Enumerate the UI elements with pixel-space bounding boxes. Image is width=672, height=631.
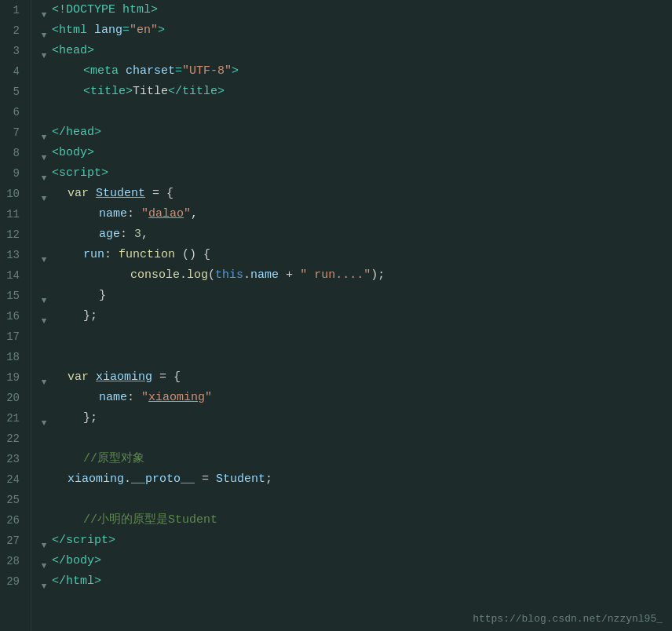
- line-num-12: 12: [6, 224, 24, 245]
- code-line-4: <meta charset="UTF-8">: [38, 61, 672, 82]
- line24-proto: __proto__: [131, 469, 195, 490]
- fold-icon-15[interactable]: ▼: [38, 290, 50, 301]
- line-num-9: 9: [6, 163, 24, 184]
- line7-text: </head>: [52, 122, 101, 143]
- code-line-1: ▼ <!DOCTYPE html>: [38, 0, 672, 20]
- line-num-23: 23: [6, 449, 24, 469]
- fold-icon-9[interactable]: ▼: [38, 168, 50, 179]
- line11-val: "dalao": [141, 204, 191, 224]
- code-line-7: ▼ </head>: [38, 122, 672, 143]
- line19-eq: = {: [152, 367, 181, 388]
- fold-icon-16[interactable]: ▼: [38, 311, 50, 322]
- line12-colon: :: [120, 224, 134, 245]
- code-line-12: age: 3,: [38, 224, 672, 245]
- fold-icon-10[interactable]: ▼: [38, 188, 50, 199]
- fold-icon-19[interactable]: ▼: [38, 372, 50, 383]
- line4-close: >: [232, 61, 239, 82]
- line13-prop: run: [83, 245, 104, 265]
- fold-icon-28[interactable]: ▼: [38, 556, 50, 567]
- line14-this: this: [215, 265, 243, 286]
- line14-dot2: .: [243, 265, 250, 286]
- code-line-28: ▼ </body>: [38, 551, 672, 571]
- fold-icon-13[interactable]: ▼: [38, 250, 50, 261]
- code-line-5: <title>Title</title>: [38, 82, 672, 102]
- line8-text: <body>: [52, 143, 94, 163]
- line12-val: 3: [134, 224, 141, 245]
- code-line-26: //小明的原型是Student: [38, 510, 672, 531]
- line-num-27: 27: [6, 531, 24, 551]
- line5-content: Title: [133, 82, 168, 102]
- line4-eq: =: [175, 61, 182, 82]
- line-num-2: 2: [6, 20, 24, 41]
- line2-tag-open: <html: [52, 20, 94, 41]
- line14-log: log: [187, 265, 208, 286]
- code-line-27: ▼ </script>: [38, 531, 672, 551]
- line10-varname: Student: [96, 184, 145, 204]
- code-line-19: ▼ var xiaoming = {: [38, 367, 672, 388]
- fold-icon-1[interactable]: ▼: [38, 5, 50, 16]
- line20-prop: name: [99, 388, 127, 408]
- fold-icon-11: [38, 209, 50, 220]
- line10-var: var: [68, 184, 89, 204]
- line23-comment: //原型对象: [83, 449, 144, 469]
- line-num-6: 6: [6, 102, 24, 122]
- code-lines: ▼ <!DOCTYPE html> ▼ <html lang="en"> ▼ <…: [31, 0, 672, 631]
- fold-icon-24: [38, 474, 50, 485]
- line-num-15: 15: [6, 286, 24, 306]
- line-num-3: 3: [6, 41, 24, 61]
- line2-val: "en": [130, 20, 158, 41]
- fold-icon-26: [38, 515, 50, 526]
- code-line-18: [38, 347, 672, 367]
- fold-icon-7[interactable]: ▼: [38, 127, 50, 138]
- line19-space: [89, 367, 96, 388]
- line-numbers: 1 2 3 4 5 6 7 8 9 10 11 12 13 14 15 16 1…: [0, 0, 31, 631]
- line24-xiaoming: xiaoming: [68, 469, 124, 490]
- line10-eq: = {: [145, 184, 173, 204]
- fold-icon-29[interactable]: ▼: [38, 576, 50, 587]
- code-line-11: name: "dalao",: [38, 204, 672, 224]
- fold-icon-25: [38, 494, 50, 505]
- fold-icon-3[interactable]: ▼: [38, 46, 50, 57]
- code-line-21: ▼ };: [38, 408, 672, 429]
- fold-icon-5: [38, 86, 50, 97]
- fold-icon-27[interactable]: ▼: [38, 535, 50, 546]
- fold-icon-23: [38, 454, 50, 465]
- line14-dot: .: [180, 265, 187, 286]
- line24-dot: .: [124, 469, 131, 490]
- line13-rest: () {: [175, 245, 210, 265]
- line-num-26: 26: [6, 510, 24, 531]
- line-num-8: 8: [6, 143, 24, 163]
- line5-close: </title>: [168, 82, 225, 102]
- fold-icon-21[interactable]: ▼: [38, 413, 50, 424]
- code-content: 1 2 3 4 5 6 7 8 9 10 11 12 13 14 15 16 1…: [0, 0, 672, 631]
- line-num-17: 17: [6, 326, 24, 347]
- code-line-13: ▼ run: function () {: [38, 245, 672, 265]
- line2-eq: =: [122, 20, 130, 41]
- line24-semi: ;: [265, 469, 272, 490]
- fold-icon-2[interactable]: ▼: [38, 25, 50, 36]
- code-line-25: [38, 490, 672, 510]
- line24-student: Student: [216, 469, 265, 490]
- line-num-28: 28: [6, 551, 24, 571]
- line20-val: "xiaoming": [141, 388, 212, 408]
- line13-colon: :: [104, 245, 119, 265]
- code-line-17: [38, 326, 672, 347]
- line14-str: " run....": [300, 265, 371, 286]
- fold-icon-20: [38, 392, 50, 403]
- line11-colon: :: [127, 204, 141, 224]
- line14-console: console: [130, 265, 180, 286]
- code-line-23: //原型对象: [38, 449, 672, 469]
- line11-prop: name: [99, 204, 127, 224]
- fold-icon-8[interactable]: ▼: [38, 148, 50, 159]
- line28-text: </body>: [52, 551, 101, 571]
- line-num-11: 11: [6, 204, 24, 224]
- code-line-29: ▼ </html>: [38, 571, 672, 592]
- line19-varname: xiaoming: [96, 367, 152, 388]
- line14-end: );: [371, 265, 385, 286]
- line11-comma: ,: [191, 204, 198, 224]
- line10-space: [89, 184, 96, 204]
- line16-obj-end: };: [83, 306, 97, 326]
- fold-icon-17: [38, 331, 50, 342]
- line-num-13: 13: [6, 245, 24, 265]
- line21-obj-end: };: [83, 408, 97, 429]
